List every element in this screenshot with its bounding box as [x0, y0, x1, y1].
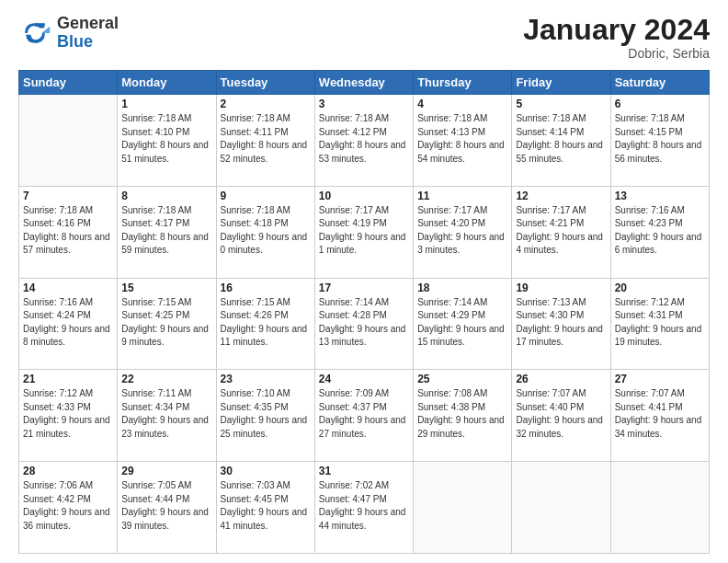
day-info: Sunrise: 7:17 AMSunset: 4:19 PMDaylight:…: [319, 204, 409, 258]
day-number: 23: [221, 373, 311, 385]
calendar-cell: 8Sunrise: 7:18 AMSunset: 4:17 PMDaylight…: [118, 186, 216, 278]
day-number: 16: [221, 282, 311, 294]
calendar-cell: 14Sunrise: 7:16 AMSunset: 4:24 PMDayligh…: [19, 278, 118, 370]
day-info: Sunrise: 7:06 AMSunset: 4:42 PMDaylight:…: [23, 479, 113, 533]
header: General Blue January 2024 Dobric, Serbia: [18, 15, 710, 61]
day-info: Sunrise: 7:07 AMSunset: 4:41 PMDaylight:…: [615, 387, 705, 441]
calendar-cell: 29Sunrise: 7:05 AMSunset: 4:44 PMDayligh…: [118, 462, 216, 554]
calendar-cell: [512, 462, 610, 554]
calendar-cell: 23Sunrise: 7:10 AMSunset: 4:35 PMDayligh…: [216, 370, 314, 462]
calendar-cell: [19, 95, 118, 187]
day-number: 29: [121, 465, 211, 477]
month-title: January 2024: [523, 15, 710, 44]
calendar-cell: 6Sunrise: 7:18 AMSunset: 4:15 PMDaylight…: [610, 95, 709, 187]
day-info: Sunrise: 7:05 AMSunset: 4:44 PMDaylight:…: [121, 479, 211, 533]
day-info: Sunrise: 7:18 AMSunset: 4:13 PMDaylight:…: [417, 112, 507, 166]
calendar-cell: 7Sunrise: 7:18 AMSunset: 4:16 PMDaylight…: [19, 186, 118, 278]
col-friday: Friday: [512, 71, 610, 95]
day-info: Sunrise: 7:11 AMSunset: 4:34 PMDaylight:…: [121, 387, 211, 441]
calendar-week-row: 7Sunrise: 7:18 AMSunset: 4:16 PMDaylight…: [19, 186, 710, 278]
calendar-week-row: 1Sunrise: 7:18 AMSunset: 4:10 PMDaylight…: [19, 95, 710, 187]
col-monday: Monday: [118, 71, 216, 95]
day-info: Sunrise: 7:16 AMSunset: 4:23 PMDaylight:…: [615, 204, 705, 258]
day-info: Sunrise: 7:14 AMSunset: 4:29 PMDaylight:…: [417, 296, 507, 350]
day-number: 12: [516, 190, 606, 202]
day-info: Sunrise: 7:18 AMSunset: 4:15 PMDaylight:…: [615, 112, 705, 166]
page: General Blue January 2024 Dobric, Serbia…: [0, 0, 728, 563]
day-number: 13: [615, 190, 705, 202]
col-wednesday: Wednesday: [314, 71, 413, 95]
calendar-cell: 28Sunrise: 7:06 AMSunset: 4:42 PMDayligh…: [19, 462, 118, 554]
day-info: Sunrise: 7:15 AMSunset: 4:26 PMDaylight:…: [221, 296, 311, 350]
title-area: January 2024 Dobric, Serbia: [523, 15, 710, 61]
calendar-cell: 13Sunrise: 7:16 AMSunset: 4:23 PMDayligh…: [610, 186, 709, 278]
calendar-cell: 20Sunrise: 7:12 AMSunset: 4:31 PMDayligh…: [610, 278, 709, 370]
day-number: 1: [121, 98, 211, 110]
day-number: 5: [516, 98, 606, 110]
calendar-cell: 27Sunrise: 7:07 AMSunset: 4:41 PMDayligh…: [610, 370, 709, 462]
day-info: Sunrise: 7:10 AMSunset: 4:35 PMDaylight:…: [221, 387, 311, 441]
svg-rect-0: [35, 23, 45, 27]
day-number: 26: [516, 373, 606, 385]
day-info: Sunrise: 7:18 AMSunset: 4:16 PMDaylight:…: [23, 204, 113, 258]
day-info: Sunrise: 7:14 AMSunset: 4:28 PMDaylight:…: [319, 296, 409, 350]
calendar-body: 1Sunrise: 7:18 AMSunset: 4:10 PMDaylight…: [19, 95, 710, 554]
day-number: 22: [121, 373, 211, 385]
day-number: 8: [121, 190, 211, 202]
day-info: Sunrise: 7:13 AMSunset: 4:30 PMDaylight:…: [516, 296, 606, 350]
day-info: Sunrise: 7:17 AMSunset: 4:20 PMDaylight:…: [417, 204, 507, 258]
calendar-cell: 19Sunrise: 7:13 AMSunset: 4:30 PMDayligh…: [512, 278, 610, 370]
day-info: Sunrise: 7:18 AMSunset: 4:11 PMDaylight:…: [221, 112, 311, 166]
day-number: 30: [221, 465, 311, 477]
calendar-week-row: 14Sunrise: 7:16 AMSunset: 4:24 PMDayligh…: [19, 278, 710, 370]
calendar-cell: 22Sunrise: 7:11 AMSunset: 4:34 PMDayligh…: [118, 370, 216, 462]
calendar-cell: 31Sunrise: 7:02 AMSunset: 4:47 PMDayligh…: [314, 462, 413, 554]
day-number: 11: [417, 190, 507, 202]
calendar-cell: 1Sunrise: 7:18 AMSunset: 4:10 PMDaylight…: [118, 95, 216, 187]
col-saturday: Saturday: [610, 71, 709, 95]
day-info: Sunrise: 7:18 AMSunset: 4:12 PMDaylight:…: [319, 112, 409, 166]
day-info: Sunrise: 7:18 AMSunset: 4:10 PMDaylight:…: [121, 112, 211, 166]
day-number: 20: [615, 282, 705, 294]
day-number: 24: [319, 373, 409, 385]
calendar-week-row: 28Sunrise: 7:06 AMSunset: 4:42 PMDayligh…: [19, 462, 710, 554]
day-number: 17: [319, 282, 409, 294]
day-number: 14: [23, 282, 113, 294]
day-number: 4: [417, 98, 507, 110]
calendar-cell: 10Sunrise: 7:17 AMSunset: 4:19 PMDayligh…: [314, 186, 413, 278]
calendar-cell: 24Sunrise: 7:09 AMSunset: 4:37 PMDayligh…: [314, 370, 413, 462]
day-number: 10: [319, 190, 409, 202]
calendar-cell: 18Sunrise: 7:14 AMSunset: 4:29 PMDayligh…: [414, 278, 512, 370]
calendar-cell: 11Sunrise: 7:17 AMSunset: 4:20 PMDayligh…: [414, 186, 512, 278]
calendar-cell: 26Sunrise: 7:07 AMSunset: 4:40 PMDayligh…: [512, 370, 610, 462]
day-number: 31: [319, 465, 409, 477]
day-number: 15: [121, 282, 211, 294]
day-info: Sunrise: 7:02 AMSunset: 4:47 PMDaylight:…: [319, 479, 409, 533]
calendar-cell: 5Sunrise: 7:18 AMSunset: 4:14 PMDaylight…: [512, 95, 610, 187]
calendar-cell: [414, 462, 512, 554]
calendar-cell: 12Sunrise: 7:17 AMSunset: 4:21 PMDayligh…: [512, 186, 610, 278]
calendar-cell: 25Sunrise: 7:08 AMSunset: 4:38 PMDayligh…: [414, 370, 512, 462]
calendar-cell: 21Sunrise: 7:12 AMSunset: 4:33 PMDayligh…: [19, 370, 118, 462]
day-info: Sunrise: 7:18 AMSunset: 4:18 PMDaylight:…: [221, 204, 311, 258]
day-number: 7: [23, 190, 113, 202]
day-number: 19: [516, 282, 606, 294]
calendar-header-row: Sunday Monday Tuesday Wednesday Thursday…: [19, 71, 710, 95]
day-info: Sunrise: 7:03 AMSunset: 4:45 PMDaylight:…: [221, 479, 311, 533]
logo: General Blue: [18, 15, 119, 52]
day-number: 27: [615, 373, 705, 385]
calendar-cell: 17Sunrise: 7:14 AMSunset: 4:28 PMDayligh…: [314, 278, 413, 370]
logo-text: General Blue: [57, 15, 119, 52]
col-sunday: Sunday: [19, 71, 118, 95]
day-info: Sunrise: 7:12 AMSunset: 4:33 PMDaylight:…: [23, 387, 113, 441]
day-info: Sunrise: 7:18 AMSunset: 4:17 PMDaylight:…: [121, 204, 211, 258]
col-thursday: Thursday: [414, 71, 512, 95]
day-info: Sunrise: 7:15 AMSunset: 4:25 PMDaylight:…: [121, 296, 211, 350]
calendar-cell: [610, 462, 709, 554]
day-info: Sunrise: 7:09 AMSunset: 4:37 PMDaylight:…: [319, 387, 409, 441]
calendar-cell: 15Sunrise: 7:15 AMSunset: 4:25 PMDayligh…: [118, 278, 216, 370]
day-number: 6: [615, 98, 705, 110]
day-number: 18: [417, 282, 507, 294]
day-info: Sunrise: 7:18 AMSunset: 4:14 PMDaylight:…: [516, 112, 606, 166]
calendar-cell: 3Sunrise: 7:18 AMSunset: 4:12 PMDaylight…: [314, 95, 413, 187]
